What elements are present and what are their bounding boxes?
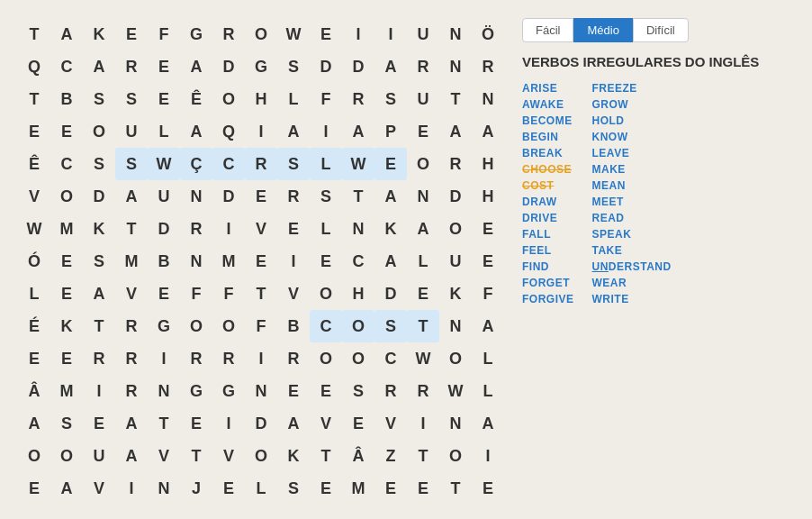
word-item[interactable]: AWAKE (522, 98, 574, 111)
grid-cell[interactable]: Ó (18, 245, 50, 278)
grid-cell[interactable]: F (180, 278, 212, 310)
grid-cell[interactable]: N (472, 83, 504, 115)
grid-cell[interactable]: F (245, 310, 277, 342)
grid-cell[interactable]: O (18, 440, 50, 472)
grid-cell[interactable]: D (148, 213, 180, 245)
grid-cell[interactable]: E (472, 213, 504, 245)
grid-cell[interactable]: T (245, 278, 277, 310)
grid-cell[interactable]: I (277, 245, 310, 278)
grid-cell[interactable]: C (50, 50, 83, 83)
word-item[interactable]: BECOME (522, 114, 574, 127)
grid-cell[interactable]: Â (18, 375, 50, 407)
grid-cell[interactable]: D (83, 180, 115, 213)
grid-cell[interactable]: E (342, 407, 374, 440)
grid-cell[interactable]: F (212, 278, 245, 310)
grid-cell[interactable]: V (245, 213, 277, 245)
grid-cell[interactable]: N (439, 310, 472, 342)
grid-cell[interactable]: I (342, 18, 374, 50)
grid-cell[interactable]: P (374, 115, 407, 148)
grid-cell[interactable]: N (439, 18, 472, 50)
grid-cell[interactable]: R (472, 50, 504, 83)
grid-cell[interactable]: O (439, 342, 472, 375)
grid-cell[interactable]: O (245, 440, 277, 472)
grid-cell[interactable]: N (148, 472, 180, 505)
grid-cell[interactable]: C (374, 342, 407, 375)
grid-cell[interactable]: T (83, 310, 115, 342)
grid-cell[interactable]: G (212, 375, 245, 407)
grid-cell[interactable]: Ç (180, 148, 212, 180)
grid-cell[interactable]: M (342, 472, 374, 505)
grid-cell[interactable]: Z (374, 440, 407, 472)
grid-cell[interactable]: O (310, 342, 342, 375)
grid-cell[interactable]: O (439, 213, 472, 245)
word-item[interactable]: ARISE (522, 82, 574, 95)
grid-cell[interactable]: A (472, 310, 504, 342)
grid-cell[interactable]: T (439, 472, 472, 505)
grid-cell[interactable]: E (50, 115, 83, 148)
grid-cell[interactable]: B (277, 310, 310, 342)
word-item[interactable]: FALL (522, 228, 574, 241)
grid-cell[interactable]: L (407, 245, 439, 278)
word-item[interactable]: LEAVE (592, 147, 672, 159)
grid-cell[interactable]: T (18, 83, 50, 115)
grid-cell[interactable]: W (439, 375, 472, 407)
grid-cell[interactable]: N (407, 180, 439, 213)
grid-cell[interactable]: G (180, 18, 212, 50)
word-item[interactable]: BREAK (522, 147, 574, 159)
grid-cell[interactable]: R (277, 342, 310, 375)
grid-cell[interactable]: R (374, 375, 407, 407)
grid-cell[interactable]: L (18, 278, 50, 310)
grid-cell[interactable]: A (277, 115, 310, 148)
grid-cell[interactable]: L (148, 115, 180, 148)
grid-cell[interactable]: L (245, 472, 277, 505)
grid-cell[interactable]: N (180, 245, 212, 278)
grid-cell[interactable]: A (83, 50, 115, 83)
grid-cell[interactable]: N (342, 213, 374, 245)
grid-cell[interactable]: L (472, 342, 504, 375)
grid-cell[interactable]: S (277, 472, 310, 505)
grid-cell[interactable]: T (18, 18, 50, 50)
grid-cell[interactable]: I (374, 18, 407, 50)
grid-cell[interactable]: W (407, 342, 439, 375)
grid-cell[interactable]: D (212, 50, 245, 83)
grid-cell[interactable]: W (148, 148, 180, 180)
word-item[interactable]: GROW (592, 98, 672, 111)
grid-cell[interactable]: E (18, 115, 50, 148)
word-item[interactable]: FREEZE (592, 82, 672, 95)
grid-cell[interactable]: A (115, 180, 148, 213)
grid-cell[interactable]: T (439, 83, 472, 115)
grid-cell[interactable]: A (374, 245, 407, 278)
word-item[interactable]: MEAN (592, 179, 672, 192)
grid-cell[interactable]: E (472, 472, 504, 505)
word-item[interactable]: FIND (522, 260, 574, 273)
grid-cell[interactable]: K (83, 213, 115, 245)
grid-cell[interactable]: S (115, 83, 148, 115)
grid-cell[interactable]: O (50, 180, 83, 213)
grid-cell[interactable]: N (439, 407, 472, 440)
grid-cell[interactable]: C (342, 245, 374, 278)
grid-cell[interactable]: S (83, 245, 115, 278)
grid-cell[interactable]: W (18, 213, 50, 245)
difficulty-tab-difícil[interactable]: Difícil (633, 18, 689, 42)
grid-cell[interactable]: M (50, 375, 83, 407)
grid-cell[interactable]: I (407, 407, 439, 440)
grid-cell[interactable]: T (180, 440, 212, 472)
grid-cell[interactable]: H (472, 180, 504, 213)
grid-cell[interactable]: A (374, 50, 407, 83)
grid-cell[interactable]: E (310, 375, 342, 407)
grid-cell[interactable]: E (18, 342, 50, 375)
grid-cell[interactable]: Ê (18, 148, 50, 180)
grid-cell[interactable]: Q (18, 50, 50, 83)
grid-cell[interactable]: S (115, 148, 148, 180)
grid-cell[interactable]: E (50, 245, 83, 278)
grid-cell[interactable]: A (472, 115, 504, 148)
grid-cell[interactable]: E (472, 245, 504, 278)
grid-cell[interactable]: A (342, 115, 374, 148)
grid-cell[interactable]: E (374, 472, 407, 505)
grid-cell[interactable]: V (148, 440, 180, 472)
word-item[interactable]: DRIVE (522, 212, 574, 224)
grid-cell[interactable]: R (342, 83, 374, 115)
grid-cell[interactable]: N (439, 50, 472, 83)
grid-cell[interactable]: E (180, 407, 212, 440)
grid-cell[interactable]: V (18, 180, 50, 213)
